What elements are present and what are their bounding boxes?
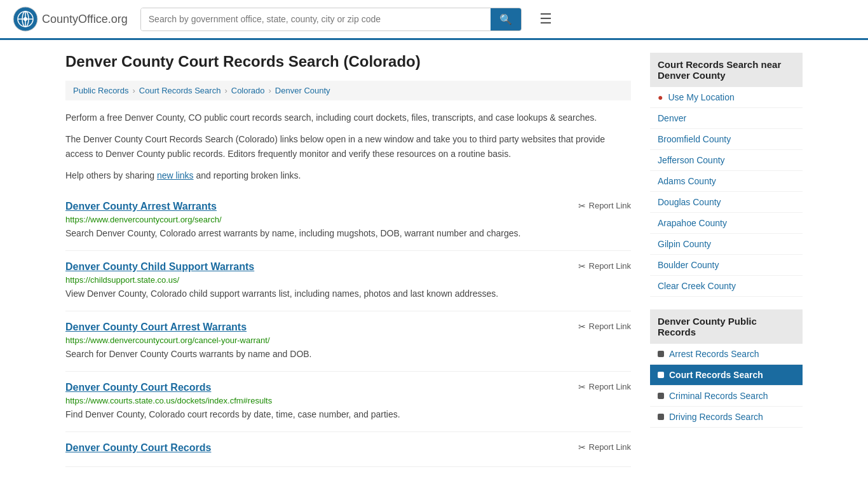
sidebar-public-records-title: Denver County Public Records <box>650 309 803 344</box>
report-link-button[interactable]: Report Link <box>578 201 631 211</box>
sidebar-nearby-link[interactable]: Boulder County <box>658 260 719 270</box>
result-url[interactable]: https://www.denvercountycourt.org/cancel… <box>65 336 631 345</box>
result-item: Denver County Court Records Report Link <box>65 432 631 467</box>
sidebar-nearby-link[interactable]: Jefferson County <box>658 155 725 165</box>
svg-point-5 <box>24 17 27 21</box>
search-button[interactable]: 🔍 <box>491 8 521 30</box>
breadcrumb-denver-county[interactable]: Denver County <box>275 86 330 95</box>
result-title[interactable]: Denver County Court Records <box>65 442 211 454</box>
nav-dot-icon <box>658 414 664 420</box>
breadcrumb-colorado[interactable]: Colorado <box>231 86 265 95</box>
result-title[interactable]: Denver County Child Support Warrants <box>65 261 254 273</box>
desc3-prefix: Help others by sharing <box>65 170 157 180</box>
result-header: Denver County Court Records Report Link <box>65 382 631 393</box>
result-url[interactable]: https://www.denvercountycourt.org/search… <box>65 215 631 224</box>
logo-icon <box>13 6 38 32</box>
new-links-link[interactable]: new links <box>157 170 194 180</box>
sidebar-nearby-item[interactable]: Denver <box>650 108 803 129</box>
sidebar-nearby-item[interactable]: Jefferson County <box>650 150 803 171</box>
menu-button[interactable]: ☰ <box>534 8 557 30</box>
breadcrumb-court-records[interactable]: Court Records Search <box>139 86 221 95</box>
sidebar-public-records-link[interactable]: Court Records Search <box>669 370 763 380</box>
breadcrumb-sep-1: › <box>132 86 135 95</box>
report-link-button[interactable]: Report Link <box>578 322 631 332</box>
logo-link[interactable]: CountyOffice.org <box>13 6 128 32</box>
result-url[interactable]: https://childsupport.state.co.us/ <box>65 275 631 285</box>
sidebar-nearby-link[interactable]: Adams County <box>658 176 716 186</box>
sidebar-public-records-item[interactable]: Criminal Records Search <box>650 386 803 407</box>
result-url[interactable]: https://www.courts.state.co.us/dockets/i… <box>65 396 631 405</box>
sidebar-use-my-location[interactable]: ● Use My Location <box>650 87 803 108</box>
report-link-label: Report Link <box>589 261 631 271</box>
search-bar: 🔍 <box>140 8 522 31</box>
report-link-button[interactable]: Report Link <box>578 382 631 392</box>
sidebar-nearby-item[interactable]: Gilpin County <box>650 234 803 255</box>
description-3: Help others by sharing new links and rep… <box>65 168 631 182</box>
result-item: Denver County Arrest Warrants Report Lin… <box>65 191 631 251</box>
sidebar-nearby-link[interactable]: Douglas County <box>658 197 721 207</box>
result-item: Denver County Court Arrest Warrants Repo… <box>65 311 631 372</box>
sidebar-nearby-item[interactable]: Douglas County <box>650 192 803 213</box>
sidebar-nearby-section: Court Records Search near Denver County … <box>650 53 803 297</box>
sidebar-nearby-item[interactable]: Adams County <box>650 171 803 192</box>
scissors-icon <box>578 442 586 452</box>
result-header: Denver County Arrest Warrants Report Lin… <box>65 201 631 212</box>
sidebar-nearby-link[interactable]: Clear Creek County <box>658 281 736 291</box>
sidebar-nearby-item[interactable]: Arapahoe County <box>650 213 803 234</box>
main-container: Denver County Court Records Search (Colo… <box>53 40 815 480</box>
sidebar: Court Records Search near Denver County … <box>650 53 803 467</box>
result-title[interactable]: Denver County Court Arrest Warrants <box>65 322 247 333</box>
logo-suffix: .org <box>108 13 128 25</box>
result-desc: Search Denver County, Colorado arrest wa… <box>65 227 631 240</box>
breadcrumb-sep-2: › <box>224 86 227 95</box>
content-area: Denver County Court Records Search (Colo… <box>65 53 631 467</box>
report-link-button[interactable]: Report Link <box>578 442 631 452</box>
result-desc: Search for Denver County Courts warrants… <box>65 348 631 361</box>
sidebar-nearby-title: Court Records Search near Denver County <box>650 53 803 87</box>
report-link-label: Report Link <box>589 201 631 210</box>
result-desc: View Denver County, Colorado child suppo… <box>65 287 631 301</box>
logo-text: CountyOffice.org <box>42 13 128 26</box>
sidebar-nearby-links: DenverBroomfield CountyJefferson CountyA… <box>650 108 803 297</box>
result-item: Denver County Child Support Warrants Rep… <box>65 251 631 311</box>
scissors-icon <box>578 261 586 271</box>
result-desc: Find Denver County, Colorado court recor… <box>65 408 631 421</box>
description-2: The Denver County Court Records Search (… <box>65 132 631 161</box>
report-link-button[interactable]: Report Link <box>578 261 631 271</box>
desc3-suffix: and reporting broken links. <box>194 170 301 180</box>
logo-brand: CountyOffice <box>42 13 108 25</box>
nav-dot-icon <box>658 351 664 357</box>
report-link-label: Report Link <box>589 442 631 452</box>
sidebar-nearby-item[interactable]: Boulder County <box>650 255 803 276</box>
sidebar-public-records-link[interactable]: Arrest Records Search <box>669 349 759 359</box>
result-item: Denver County Court Records Report Link … <box>65 372 631 432</box>
scissors-icon <box>578 322 586 332</box>
use-my-location-link[interactable]: Use My Location <box>668 92 734 102</box>
page-title: Denver County Court Records Search (Colo… <box>65 53 631 71</box>
breadcrumb-public-records[interactable]: Public Records <box>73 86 128 95</box>
report-link-label: Report Link <box>589 382 631 391</box>
nav-dot-icon <box>658 393 664 399</box>
sidebar-public-records-link[interactable]: Driving Records Search <box>669 412 763 422</box>
sidebar-nearby-item[interactable]: Broomfield County <box>650 129 803 150</box>
sidebar-nearby-item[interactable]: Clear Creek County <box>650 276 803 297</box>
scissors-icon <box>578 201 586 211</box>
sidebar-public-records-item[interactable]: Driving Records Search <box>650 407 803 428</box>
breadcrumb: Public Records › Court Records Search › … <box>65 81 631 100</box>
sidebar-public-records-item[interactable]: Arrest Records Search <box>650 344 803 365</box>
sidebar-public-records-section: Denver County Public Records Arrest Reco… <box>650 309 803 428</box>
result-title[interactable]: Denver County Arrest Warrants <box>65 201 217 212</box>
sidebar-public-records-link[interactable]: Criminal Records Search <box>669 391 768 401</box>
description-1: Perform a free Denver County, CO public … <box>65 111 631 125</box>
sidebar-nearby-link[interactable]: Broomfield County <box>658 134 731 144</box>
scissors-icon <box>578 382 586 392</box>
result-title[interactable]: Denver County Court Records <box>65 382 211 393</box>
sidebar-nearby-link[interactable]: Denver <box>658 113 686 123</box>
location-pin-icon: ● <box>658 92 663 102</box>
search-input[interactable] <box>141 8 491 30</box>
sidebar-public-records-item[interactable]: Court Records Search <box>650 365 803 386</box>
sidebar-nearby-link[interactable]: Gilpin County <box>658 239 711 249</box>
sidebar-nearby-link[interactable]: Arapahoe County <box>658 218 727 228</box>
result-header: Denver County Court Arrest Warrants Repo… <box>65 322 631 333</box>
result-header: Denver County Court Records Report Link <box>65 442 631 454</box>
